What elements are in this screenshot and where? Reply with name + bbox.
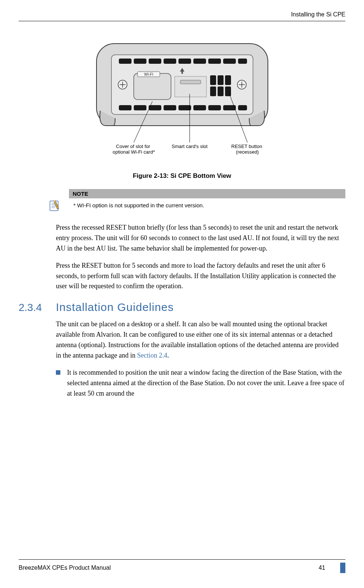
- svg-text:WI-FI: WI-FI: [144, 72, 153, 76]
- section-intro: The unit can be placed on a desktop or a…: [56, 319, 345, 361]
- figure-caption: Figure 2-13: Si CPE Bottom View: [19, 172, 345, 180]
- note-icon: [48, 189, 63, 213]
- header-divider: [19, 21, 345, 21]
- svg-rect-20: [175, 76, 206, 97]
- note-header: NOTE: [69, 189, 345, 198]
- svg-rect-2: [119, 59, 132, 64]
- svg-rect-9: [223, 59, 236, 64]
- section-link[interactable]: Section 2.4: [137, 352, 167, 359]
- svg-rect-30: [149, 105, 161, 110]
- paragraph-reset-brief: Press the recessed RESET button briefly …: [56, 223, 345, 254]
- svg-rect-34: [208, 105, 221, 110]
- footer-page-number: 41: [319, 565, 325, 571]
- svg-rect-5: [164, 59, 176, 64]
- svg-rect-25: [210, 87, 216, 96]
- page-footer: BreezeMAX CPEs Product Manual 41: [19, 559, 345, 573]
- svg-rect-32: [178, 105, 191, 110]
- section-intro-b: .: [167, 352, 169, 359]
- svg-rect-6: [178, 59, 191, 64]
- footer-manual-title: BreezeMAX CPEs Product Manual: [19, 565, 111, 571]
- svg-rect-28: [119, 105, 132, 110]
- bullet-text: It is recommended to position the unit n…: [67, 368, 345, 399]
- svg-rect-10: [238, 59, 247, 64]
- svg-rect-4: [149, 59, 161, 64]
- header-section-title: Installing the Si CPE: [19, 11, 345, 21]
- note-text: * WI-FI option is not supported in the c…: [69, 198, 345, 208]
- svg-rect-3: [134, 59, 146, 64]
- svg-rect-29: [134, 105, 146, 110]
- section-title: Installation Guidelines: [56, 301, 174, 314]
- svg-rect-33: [193, 105, 206, 110]
- svg-rect-31: [164, 105, 176, 110]
- paragraph-reset-long: Press the RESET button for 5 seconds and…: [56, 261, 345, 292]
- svg-rect-24: [225, 75, 231, 85]
- svg-rect-36: [238, 105, 247, 110]
- note-block: NOTE * WI-FI option is not supported in …: [48, 189, 345, 213]
- bullet-square-icon: [56, 370, 60, 375]
- section-number: 2.3.4: [19, 302, 56, 314]
- svg-rect-8: [208, 59, 221, 64]
- figure-container: WI-FI Cover of slot for optional Wi-Fi c…: [19, 36, 345, 165]
- svg-rect-22: [210, 75, 216, 85]
- svg-rect-23: [218, 75, 224, 85]
- svg-rect-27: [225, 87, 231, 96]
- footer-divider: [19, 559, 345, 560]
- section-intro-a: The unit can be placed on a desktop or a…: [56, 320, 339, 359]
- svg-rect-21: [180, 80, 201, 84]
- svg-text:RESET button
      (recessed): RESET button (recessed): [231, 144, 263, 155]
- device-illustration: WI-FI Cover of slot for optional Wi-Fi c…: [78, 36, 287, 163]
- svg-rect-17: [134, 73, 171, 100]
- svg-text:Cover of slot for
      option: Cover of slot for optional Wi-Fi card*: [113, 144, 155, 155]
- svg-rect-7: [193, 59, 206, 64]
- svg-rect-26: [218, 87, 224, 96]
- section-heading: 2.3.4 Installation Guidelines: [19, 301, 345, 314]
- footer-accent-bar: [340, 563, 345, 573]
- bullet-item: It is recommended to position the unit n…: [56, 368, 345, 399]
- svg-text:Smart card's slot: Smart card's slot: [171, 144, 208, 149]
